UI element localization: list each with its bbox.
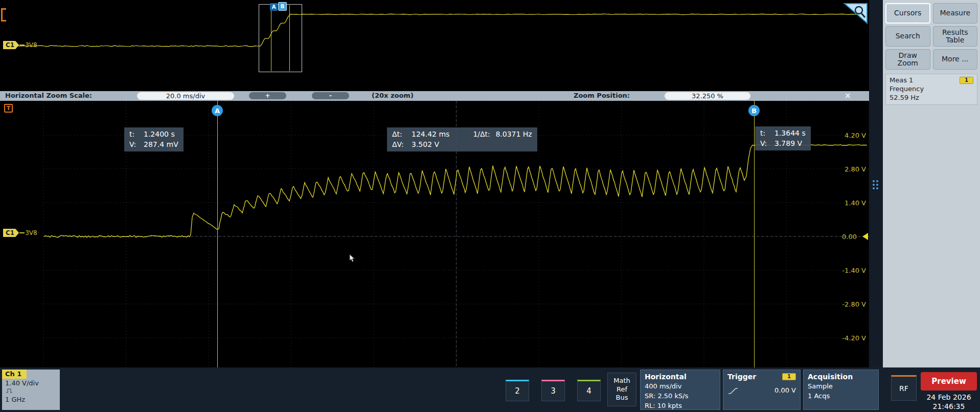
channel-badge[interactable]: C1 3V8 [3,41,37,49]
zoom-tab-b[interactable]: B [278,2,287,11]
acquisition-title: Acquisition [808,372,874,382]
acquisition-panel[interactable]: Acquisition Sample 1 Acqs [803,370,879,410]
overview-channel1-trace [5,14,867,47]
zoom-in-button[interactable]: + [249,92,286,99]
a-t-value: 1.2400 s [144,130,175,138]
cursor-a-badge[interactable]: A [212,105,223,116]
overview-panel: C1 3V8 A B [0,0,869,91]
meas1-item[interactable]: Meas 1 1 Frequency 52.59 Hz [885,74,977,105]
zoom-tab-a[interactable]: A [270,3,278,11]
a-v-label: V: [129,139,144,149]
axis-label-m4_20: -4.20 V [842,334,866,342]
cursor-b-readout: t:1.3644 s V:3.789 V [755,126,811,150]
b-v-label: V: [760,138,774,148]
ch1-bandwidth: 1 GHz [5,396,60,403]
trigger-indicator-icon: T [4,104,13,113]
cursor-b-line[interactable] [754,101,755,367]
channel1-tag-main: C1 [3,229,19,237]
horizontal-zoom-bar: Horizontal Zoom Scale: 20.0 ms/div + - (… [0,91,869,101]
zoom-scale-value[interactable]: 20.0 ms/div [137,92,234,100]
axis-label-0_00: 0.00 [842,233,857,241]
math-ref-bus-button[interactable]: Math Ref Bus [607,373,636,406]
dt-label: Δt: [392,129,412,139]
dt-value: 124.42 ms [412,130,449,138]
overview-cursor-b-line[interactable] [289,5,290,71]
trigger-panel[interactable]: Trigger 1 0.00 V [723,370,801,410]
b-v-value: 3.789 V [774,139,802,147]
trigger-level: 0.00 V [774,386,796,396]
channel4-button[interactable]: 4 [577,380,601,401]
magnifier-icon[interactable] [844,3,868,24]
a-t-label: t: [129,129,144,139]
zoom-window[interactable] [259,4,302,72]
acquisition-count: 1 Acqs [808,392,874,401]
cursor-a-line[interactable] [217,101,218,367]
acquisition-mode: Sample [808,382,874,392]
splitter-grip-handle[interactable] [873,180,878,189]
a-v-value: 287.4 mV [144,140,178,148]
axis-label-4_20: 4.20 V [845,132,866,139]
axis-label-2_80: 2.80 V [845,165,866,173]
cursor-delta-readout: Δt:124.42 ms1/Δt:8.0371 Hz ΔV:3.502 V [387,127,537,151]
ch1-title-badge: Ch 1 [2,370,27,379]
zoom-position-value[interactable]: 32.250 % [665,92,750,100]
overview-cursor-a-line[interactable] [271,5,271,71]
channel1-tag: C1 [3,41,19,49]
close-zoom-icon[interactable]: × [845,91,851,100]
ch1-scale: 1.40 V/div [5,379,60,387]
channel2-button[interactable]: 2 [506,380,529,401]
signal-label: 3V8 [25,41,37,49]
datetime-display: 24 Feb 2026 21:46:35 [921,393,977,411]
coupling-icon [5,387,13,394]
channel-badge-main[interactable]: C1 3V8 [3,229,37,237]
bottom-status-bar: Ch 1 1.40 V/div 1 GHz 2 3 4 Math Ref Bus… [0,367,980,412]
preview-button[interactable]: Preview [921,372,977,391]
cursor-a-readout: t:1.2400 s V:287.4 mV [124,127,184,151]
mouse-pointer-icon [349,254,356,263]
channel1-panel[interactable]: Ch 1 1.40 V/div 1 GHz [2,370,60,410]
horizontal-scale: 400 ms/div [645,382,716,392]
axis-label-m2_80: -2.80 V [842,300,866,308]
b-t-value: 1.3644 s [774,129,806,137]
trigger-title: Trigger [727,372,756,382]
cursor-b-badge[interactable]: B [748,105,760,116]
more-button[interactable]: More ... [933,49,978,70]
zoom-position-label: Zoom Position: [574,92,630,99]
axis-label-m1_40: -1.40 V [842,267,866,274]
rf-button[interactable]: RF [891,375,917,401]
panel-splitter [869,0,883,367]
draw-zoom-button[interactable]: Draw Zoom [885,49,930,70]
badge-dash-main [19,232,25,233]
meas1-value: 52.59 Hz [890,94,973,102]
overview-plot [0,0,869,91]
trigger-slope-icon [727,387,739,395]
time-text: 21:46:35 [921,402,977,411]
signal-label-main: 3V8 [25,229,37,236]
badge-dash [19,45,25,46]
zoom-out-button[interactable]: - [312,92,349,99]
results-table-button[interactable]: Results Table [933,26,978,47]
right-sidebar: Cursors Measure Search Results Table Dra… [883,0,980,367]
cursors-button[interactable]: Cursors [885,3,930,24]
date-text: 24 Feb 2026 [921,393,977,402]
dv-label: ΔV: [392,139,412,149]
zoom-factor-label: (20x zoom) [372,92,414,99]
b-t-label: t: [760,128,774,138]
trigger-position-icon [1,8,6,21]
horizontal-panel[interactable]: Horizontal 400 ms/div SR: 2.50 kS/s RL: … [640,370,720,410]
zoom-scale-label: Horizontal Zoom Scale: [5,92,92,99]
axis-label-1_40: 1.40 V [845,199,866,207]
measure-button[interactable]: Measure [933,3,978,24]
meas1-name: Frequency [890,85,973,94]
ground-marker-icon[interactable] [862,233,868,240]
trigger-source-badge: 1 [782,373,796,380]
channel3-button[interactable]: 3 [541,380,565,401]
horizontal-record-length: RL: 10 kpts [645,401,716,411]
channel1-trace [44,145,867,237]
dv-value: 3.502 V [412,140,439,148]
inv-dt-label: 1/Δt: [473,129,495,139]
horizontal-title: Horizontal [645,372,716,382]
search-button[interactable]: Search [885,26,930,47]
meas1-source-badge: 1 [960,77,973,84]
inv-dt-value: 8.0371 Hz [495,130,532,138]
